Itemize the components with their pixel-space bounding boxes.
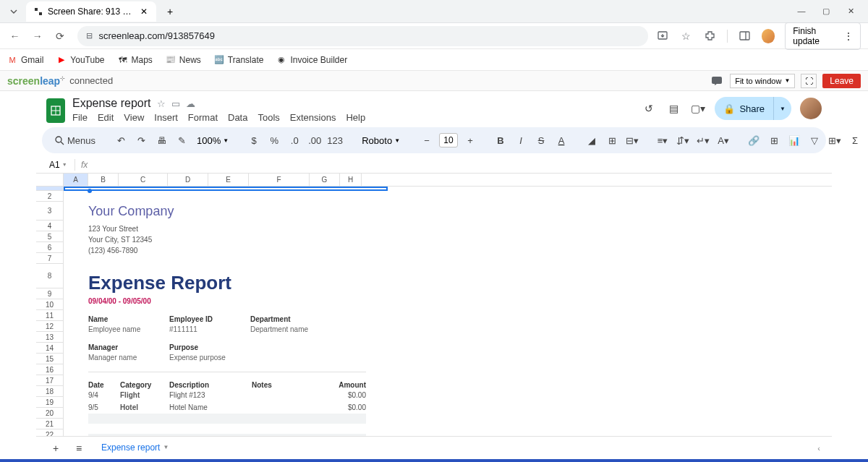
menu-tools[interactable]: Tools <box>258 112 279 123</box>
cloud-status-icon[interactable]: ☁ <box>186 98 195 109</box>
window-maximize-icon[interactable]: ▢ <box>820 7 832 16</box>
row-header[interactable]: 3 <box>36 202 63 221</box>
bookmark-maps[interactable]: 🗺Maps <box>118 55 153 65</box>
finish-update-button[interactable]: Finish update ⋮ <box>785 22 861 50</box>
filter-button[interactable]: ▽ <box>807 132 822 149</box>
wrap-button[interactable]: ↵▾ <box>695 132 711 149</box>
comment-button[interactable]: ⊞ <box>766 132 782 149</box>
font-size-decrease[interactable]: − <box>419 132 435 149</box>
print-button[interactable]: 🖶 <box>153 132 169 149</box>
bookmark-gmail[interactable]: MGmail <box>7 55 43 65</box>
account-avatar[interactable] <box>800 98 822 119</box>
row-header[interactable]: 6 <box>36 242 63 253</box>
percent-button[interactable]: % <box>266 132 282 149</box>
row-header[interactable]: 15 <box>36 354 63 364</box>
menu-insert[interactable]: Insert <box>154 112 178 123</box>
decrease-decimal-button[interactable]: .0 <box>286 132 302 149</box>
merge-button[interactable]: ⊟▾ <box>624 132 640 149</box>
window-minimize-icon[interactable]: — <box>796 7 807 16</box>
row-header[interactable]: 10 <box>36 299 63 310</box>
col-header-h[interactable]: H <box>340 174 362 186</box>
row-header[interactable]: 17 <box>36 375 63 386</box>
bookmark-invoice-builder[interactable]: ◉Invoice Builder <box>276 55 347 65</box>
history-icon[interactable]: ↺ <box>641 100 657 116</box>
share-button[interactable]: 🔒 Share ▼ <box>715 97 791 120</box>
leave-button[interactable]: Leave <box>822 74 861 88</box>
fill-handle[interactable] <box>88 189 92 193</box>
font-size-input[interactable] <box>439 133 458 147</box>
col-header-f[interactable]: F <box>249 174 310 186</box>
strikethrough-button[interactable]: S <box>533 132 549 149</box>
move-folder-icon[interactable]: ▭ <box>171 98 180 109</box>
bold-button[interactable]: B <box>493 132 509 149</box>
col-header-b[interactable]: B <box>88 174 119 186</box>
row-header[interactable]: 16 <box>36 364 63 375</box>
italic-button[interactable]: I <box>513 132 529 149</box>
sheet-tab[interactable]: Expense report ▼ <box>94 440 176 457</box>
col-header-d[interactable]: D <box>168 174 208 186</box>
col-header-g[interactable]: G <box>310 174 340 186</box>
reload-button[interactable]: ⟳ <box>52 28 67 44</box>
link-button[interactable]: 🔗 <box>746 132 762 149</box>
chart-button[interactable]: 📊 <box>786 132 802 149</box>
borders-button[interactable]: ⊞ <box>604 132 620 149</box>
explore-button[interactable]: ‹ <box>817 444 820 453</box>
meet-icon[interactable]: ▢▾ <box>690 100 706 116</box>
filter-views-button[interactable]: ⊞▾ <box>827 132 843 149</box>
increase-decimal-button[interactable]: .00 <box>307 132 323 149</box>
star-icon[interactable]: ☆ <box>157 98 166 109</box>
bookmark-translate[interactable]: 🔤Translate <box>214 55 264 65</box>
zoom-select[interactable]: 100% ▼ <box>194 135 231 146</box>
share-dropdown-icon[interactable]: ▼ <box>774 106 791 112</box>
row-header[interactable]: 8 <box>36 264 63 288</box>
undo-button[interactable]: ↶ <box>113 132 129 149</box>
install-app-icon[interactable] <box>655 29 669 43</box>
tab-close-icon[interactable]: ✕ <box>139 7 149 17</box>
fullscreen-button[interactable]: ⛶ <box>801 74 817 88</box>
document-title[interactable]: Expense report <box>72 97 151 110</box>
menus-search[interactable]: Menus <box>52 135 98 146</box>
row-header[interactable]: 21 <box>36 419 63 429</box>
row-header[interactable]: 20 <box>36 408 63 419</box>
all-sheets-button[interactable]: ≡ <box>71 440 87 456</box>
extensions-icon[interactable] <box>703 29 717 43</box>
window-close-icon[interactable]: ✕ <box>845 7 856 16</box>
row-header[interactable]: 13 <box>36 332 63 343</box>
row-header[interactable]: 4 <box>36 221 63 231</box>
row-header[interactable]: 14 <box>36 343 63 354</box>
h-align-button[interactable]: ≡▾ <box>655 132 671 149</box>
forward-button[interactable]: → <box>30 28 45 44</box>
bookmark-news[interactable]: 📰News <box>166 55 201 65</box>
browser-tab[interactable]: Screen Share: 913 857 649 | Scr ✕ <box>26 1 156 22</box>
row-header[interactable]: 18 <box>36 386 63 397</box>
comments-icon[interactable]: ▤ <box>665 100 681 116</box>
col-header-c[interactable]: C <box>119 174 168 186</box>
font-size-increase[interactable]: + <box>462 132 478 149</box>
menu-data[interactable]: Data <box>228 112 247 123</box>
menu-file[interactable]: File <box>72 112 88 123</box>
fill-color-button[interactable]: ◢ <box>584 132 600 149</box>
sheets-logo-icon[interactable] <box>46 98 65 123</box>
row-header[interactable]: 9 <box>36 288 63 299</box>
profile-avatar[interactable] <box>762 29 775 43</box>
site-info-icon[interactable]: ⊟ <box>86 31 93 40</box>
v-align-button[interactable]: ⇵▾ <box>675 132 691 149</box>
col-header-e[interactable]: E <box>208 174 249 186</box>
currency-button[interactable]: $ <box>246 132 262 149</box>
row-header[interactable]: 7 <box>36 253 63 264</box>
name-box[interactable]: A1 ▼ <box>46 159 75 171</box>
text-color-button[interactable]: A <box>553 132 569 149</box>
menu-view[interactable]: View <box>124 112 144 123</box>
functions-button[interactable]: Σ <box>847 132 863 149</box>
fit-to-window-select[interactable]: Fit to window ▼ <box>730 74 795 88</box>
add-sheet-button[interactable]: + <box>48 440 64 456</box>
row-header[interactable]: 11 <box>36 310 63 321</box>
menu-help[interactable]: Help <box>346 112 365 123</box>
rotate-button[interactable]: A▾ <box>715 132 731 149</box>
row-header[interactable]: 12 <box>36 321 63 332</box>
col-header-a[interactable]: A <box>64 174 88 186</box>
spreadsheet-cells[interactable]: Your Company 123 Your Street Your City, … <box>64 187 832 459</box>
side-panel-icon[interactable] <box>738 29 752 43</box>
row-header[interactable]: 19 <box>36 397 63 408</box>
redo-button[interactable]: ↷ <box>133 132 149 149</box>
